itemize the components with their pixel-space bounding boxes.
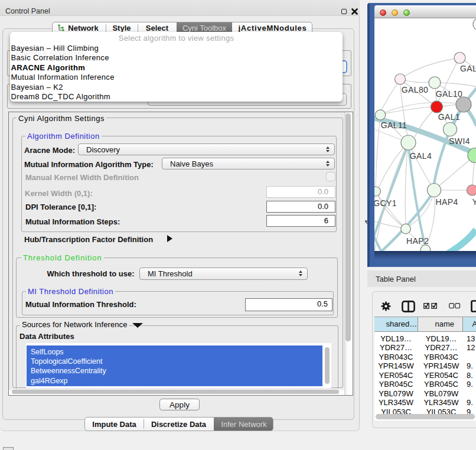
svg-text:GAL10: GAL10 — [436, 89, 463, 99]
svg-text:GAL4: GAL4 — [410, 151, 432, 161]
svg-text:GAL2: GAL2 — [460, 64, 476, 73]
svg-text:GAL80: GAL80 — [402, 85, 429, 94]
svg-text:GAL11: GAL11 — [381, 120, 407, 130]
svg-text:HAP4: HAP4 — [435, 197, 458, 207]
svg-text:HAP2: HAP2 — [406, 236, 429, 246]
svg-text:YIL0: YIL0 — [472, 197, 476, 207]
svg-text:GCY1: GCY1 — [374, 198, 397, 208]
svg-text:GAL1: GAL1 — [438, 112, 460, 122]
svg-text:SWI4: SWI4 — [449, 136, 470, 146]
